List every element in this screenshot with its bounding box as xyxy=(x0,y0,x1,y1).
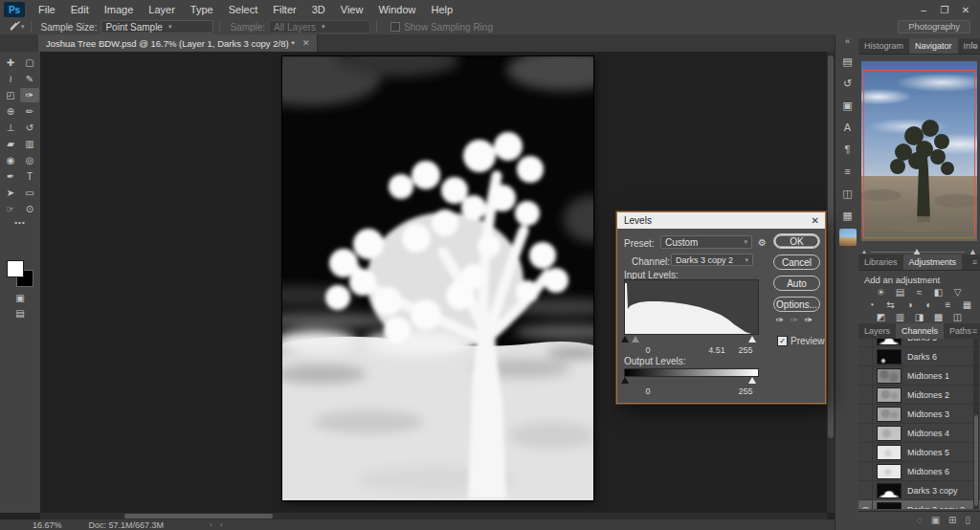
preset-dropdown[interactable]: Custom▾ xyxy=(660,235,752,249)
screen-mode-icon[interactable]: ▤ xyxy=(15,308,24,319)
output-white-slider[interactable] xyxy=(748,377,756,384)
glyphs-icon[interactable]: ≡ xyxy=(839,163,857,180)
input-black-slider[interactable] xyxy=(621,336,629,342)
tab-channels[interactable]: Channels xyxy=(896,323,944,339)
visibility-toggle[interactable] xyxy=(858,347,873,365)
close-button[interactable]: ✕ xyxy=(955,0,976,19)
channel-row[interactable]: Midtones 1 xyxy=(858,366,980,386)
visibility-toggle[interactable] xyxy=(858,366,873,385)
sample-dropdown[interactable]: All Layers▾ xyxy=(269,20,370,33)
input-gamma-slider[interactable] xyxy=(632,336,639,342)
channel-list-scrollbar[interactable] xyxy=(973,339,979,509)
output-black-value[interactable]: 0 xyxy=(645,386,650,396)
visibility-toggle[interactable] xyxy=(858,481,873,499)
dodge-tool[interactable]: ◎ xyxy=(20,153,39,167)
channel-row[interactable]: Midtones 4 xyxy=(858,424,980,443)
channel-row[interactable]: Midtones 2 xyxy=(858,386,980,405)
ok-button[interactable]: OK xyxy=(773,233,820,249)
canvas-vertical-scrollbar[interactable] xyxy=(827,52,835,513)
menu-3d[interactable]: 3D xyxy=(304,0,333,19)
scrollbar-thumb[interactable] xyxy=(974,415,978,506)
spot-healing-tool[interactable]: ⊕ xyxy=(1,104,20,119)
visibility-toggle[interactable] xyxy=(858,462,873,480)
menu-edit[interactable]: Edit xyxy=(63,0,97,19)
quick-mask-icon[interactable]: ▣ xyxy=(15,293,24,303)
channel-row[interactable]: Darks 3 copy 2 xyxy=(858,500,980,509)
crop-tool[interactable]: ◰ xyxy=(1,88,20,102)
visibility-toggle[interactable] xyxy=(858,424,873,442)
output-white-value[interactable]: 255 xyxy=(738,386,752,396)
white-point-eyedropper-icon[interactable]: ✑ xyxy=(803,314,814,326)
visibility-toggle[interactable] xyxy=(858,443,873,461)
brush-tool[interactable]: ✏ xyxy=(20,104,39,119)
more-tools-icon[interactable]: ••• xyxy=(0,218,40,227)
gray-point-eyedropper-icon[interactable]: ✑ xyxy=(789,314,800,326)
visibility-toggle[interactable] xyxy=(858,386,873,404)
tab-navigator[interactable]: Navigator xyxy=(909,38,958,54)
visibility-eye-icon[interactable] xyxy=(858,500,873,509)
panel-menu-icon[interactable]: ≡ xyxy=(972,323,977,339)
levels-icon[interactable]: ▤ xyxy=(894,287,906,298)
input-black-value[interactable]: 0 xyxy=(645,345,650,355)
channel-row[interactable]: Midtones 3 xyxy=(858,405,980,424)
show-sampling-ring-checkbox[interactable] xyxy=(390,22,400,32)
info-panel-icon[interactable]: ▦ xyxy=(839,207,857,224)
zoom-tool[interactable]: ⊙ xyxy=(20,202,39,216)
channel-row[interactable]: Darks 3 copy xyxy=(858,481,980,500)
preset-options-gear-icon[interactable]: ⚙ xyxy=(758,237,767,248)
visibility-toggle[interactable] xyxy=(858,339,873,346)
menu-filter[interactable]: Filter xyxy=(265,0,303,19)
posterize-icon[interactable]: ▥ xyxy=(894,312,906,323)
selective-color-icon[interactable]: ◫ xyxy=(951,312,964,323)
tab-adjustments[interactable]: Adjustments xyxy=(903,254,963,270)
scrollbar-thumb[interactable] xyxy=(124,514,273,519)
workspace-switcher-button[interactable]: Photography xyxy=(898,20,970,33)
invert-icon[interactable]: ◩ xyxy=(875,312,887,323)
path-selection-tool[interactable]: ➤ xyxy=(1,186,20,200)
rectangle-tool[interactable]: ▭ xyxy=(20,186,39,200)
black-point-eyedropper-icon[interactable]: ✑ xyxy=(774,314,786,326)
menu-select[interactable]: Select xyxy=(221,0,266,19)
channel-row[interactable]: Midtones 5 xyxy=(858,443,980,462)
threshold-icon[interactable]: ◨ xyxy=(913,312,925,323)
curves-icon[interactable]: ≈ xyxy=(913,287,925,298)
menu-layer[interactable]: Layer xyxy=(141,0,183,19)
menu-type[interactable]: Type xyxy=(183,0,221,19)
brush-settings-icon[interactable]: ▤ xyxy=(839,53,857,70)
menu-help[interactable]: Help xyxy=(424,0,461,19)
status-options-arrow-icon[interactable]: › ‹ xyxy=(210,520,226,529)
color-balance-icon[interactable]: ⇆ xyxy=(884,299,897,311)
new-channel-icon[interactable]: ⊞ xyxy=(948,512,956,529)
channel-row[interactable]: Midtones 6 xyxy=(858,462,980,481)
hand-tool[interactable]: ☞ xyxy=(1,202,20,216)
histogram-icon[interactable] xyxy=(839,229,857,246)
auto-button[interactable]: Auto xyxy=(773,276,820,291)
input-white-slider[interactable] xyxy=(748,336,756,342)
photo-filter-icon[interactable]: ◐ xyxy=(923,299,935,311)
levels-dialog-title[interactable]: Levels xyxy=(617,212,825,229)
cancel-button[interactable]: Cancel xyxy=(773,254,820,270)
eyedropper-tool[interactable]: ✑ xyxy=(20,88,39,102)
menu-window[interactable]: Window xyxy=(370,0,423,19)
quick-selection-tool[interactable]: ✎ xyxy=(20,72,39,86)
input-white-value[interactable]: 255 xyxy=(738,345,752,355)
foreground-color-swatch[interactable] xyxy=(7,260,24,277)
navigator-view-box[interactable] xyxy=(863,70,975,238)
pen-tool[interactable]: ✒ xyxy=(1,169,20,184)
panel-menu-icon[interactable]: ≡ xyxy=(972,38,977,54)
visibility-toggle[interactable] xyxy=(858,405,873,423)
channel-dropdown[interactable]: Darks 3 copy 2▾ xyxy=(671,254,753,266)
collapse-dock-icon[interactable]: « xyxy=(835,34,859,48)
maximize-button[interactable]: ❐ xyxy=(934,0,955,19)
document-image[interactable] xyxy=(282,56,593,500)
delete-channel-icon[interactable]: ▯ xyxy=(965,512,970,529)
channel-row[interactable]: Darks 6 xyxy=(858,347,980,366)
black-white-icon[interactable]: ◑ xyxy=(903,299,916,311)
output-black-slider[interactable] xyxy=(621,377,629,384)
move-tool[interactable]: ✚ xyxy=(1,55,20,70)
gradient-map-icon[interactable]: ▩ xyxy=(932,312,945,323)
vibrance-icon[interactable]: ▽ xyxy=(951,287,964,298)
history-icon[interactable]: ↺ xyxy=(839,75,857,92)
document-tab[interactable]: Joshua Tree BDW.psd @ 16.7% (Layer 1, Da… xyxy=(38,34,318,52)
panel-menu-icon[interactable]: ≡ xyxy=(972,254,977,270)
